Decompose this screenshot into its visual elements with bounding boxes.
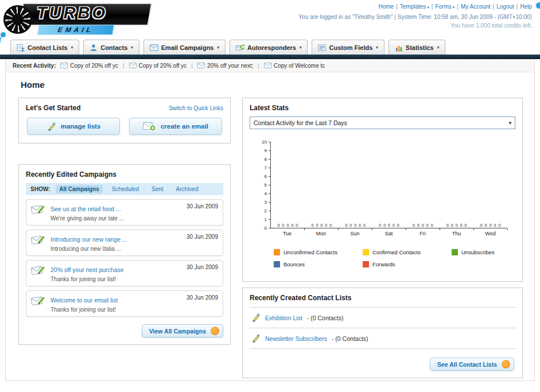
chart-value-label: 0 bbox=[329, 223, 332, 227]
campaign-title-link[interactable]: Introducing our new range ... bbox=[50, 236, 127, 243]
get-started-title: Let's Get Started bbox=[26, 104, 81, 112]
tab-statistics[interactable]: Statistics▾ bbox=[389, 40, 445, 55]
contact-list-detail: - (0 Contacts) bbox=[307, 315, 344, 321]
page-title: Home bbox=[21, 80, 523, 90]
filter-all-campaigns[interactable]: All Campaigns bbox=[56, 185, 102, 193]
top-link-templates[interactable]: Templates▾ bbox=[400, 3, 429, 10]
campaign-title-link[interactable]: Welcome to our email list bbox=[50, 297, 118, 304]
contacts-icon bbox=[90, 44, 98, 52]
activity-item-label: Copy of Welcome tc bbox=[274, 63, 325, 69]
campaign-subtitle: We're giving away our late ... bbox=[50, 215, 182, 222]
tab-custom-fields[interactable]: Custom Fields▾ bbox=[312, 40, 384, 55]
logo-secondary-text: EMAIL bbox=[37, 25, 114, 35]
app-logo: TURBO EMAIL bbox=[3, 2, 157, 34]
login-info: You are logged in as "Timothy Smith" | S… bbox=[298, 13, 532, 21]
filter-sent[interactable]: Sent bbox=[148, 185, 167, 193]
legend-label: Unsubscribes bbox=[461, 249, 495, 255]
legend-label: Confirmed Contacts bbox=[372, 249, 421, 255]
campaign-title-link[interactable]: See us at the retail food ... bbox=[50, 205, 121, 212]
left-column: Let's Get Started Switch to Quick Links … bbox=[18, 98, 231, 345]
campaign-row: Introducing our new range ...Introducing… bbox=[26, 230, 223, 256]
nav-separator: | bbox=[493, 3, 495, 10]
x-axis-tick-label: Tue bbox=[270, 231, 304, 236]
chart-value-label: 0 bbox=[316, 223, 318, 227]
pencil-icon bbox=[46, 122, 56, 131]
chart-value-label: 0 bbox=[446, 223, 449, 227]
top-link-my-account[interactable]: My Account bbox=[461, 3, 491, 10]
chart-value-labels: 00000 bbox=[440, 223, 473, 227]
campaign-envelope-icon bbox=[31, 294, 46, 307]
stats-period-select[interactable]: Contact Activity for the Last 7 Days ▼ bbox=[250, 117, 515, 129]
campaign-filter-bar: SHOW: All CampaignsScheduledSentArchived bbox=[26, 183, 223, 195]
chevron-down-icon: ▾ bbox=[376, 45, 378, 50]
tab-email-campaigns[interactable]: Email Campaigns▾ bbox=[143, 40, 226, 55]
contact-activity-chart: 00000000000000000000000000000000000 0123… bbox=[270, 142, 507, 228]
chart-value-label: 0 bbox=[278, 223, 280, 227]
campaign-date: 30 Jun 2009 bbox=[187, 203, 218, 209]
create-email-label: create an email bbox=[161, 123, 208, 130]
filter-scheduled[interactable]: Scheduled bbox=[108, 185, 142, 193]
create-email-button[interactable]: create an email bbox=[129, 118, 222, 135]
x-axis-tick-label: Sat bbox=[372, 231, 406, 236]
chart-value-label: 0 bbox=[359, 223, 361, 227]
filter-archived[interactable]: Archived bbox=[173, 185, 202, 193]
chart-x-axis-labels: TueMonSunSatFriThuWed bbox=[270, 231, 507, 236]
chart-value-label: 0 bbox=[363, 223, 366, 227]
recent-activity-item[interactable]: Copy of 20% off yc bbox=[60, 63, 118, 69]
chart-day-group: 00000 bbox=[271, 142, 305, 228]
campaign-texts: See us at the retail food ...We're givin… bbox=[50, 203, 182, 222]
see-all-contact-lists-button[interactable]: See All Contact Lists → bbox=[430, 358, 514, 371]
recent-activity-item[interactable]: 20% off your next; bbox=[197, 63, 253, 69]
view-all-campaigns-label: View All Campaigns bbox=[149, 328, 206, 335]
y-axis-tick-label: 0 bbox=[255, 226, 267, 231]
turbo-fan-icon bbox=[3, 5, 32, 34]
arrow-right-icon: → bbox=[502, 360, 510, 368]
chart-value-label: 0 bbox=[413, 223, 415, 227]
contact-list-rows: Exhibition List- (0 Contacts)Newsletter … bbox=[250, 308, 515, 349]
campaign-title-link[interactable]: 20% off your next purchase bbox=[50, 266, 124, 273]
chart-value-label: 0 bbox=[485, 223, 487, 227]
tab-contacts[interactable]: Contacts▾ bbox=[83, 40, 139, 55]
top-nav: Home|Templates▾|Forms▾|My Account|Logout… bbox=[298, 3, 532, 11]
top-link-help[interactable]: Help bbox=[520, 3, 532, 10]
switch-quick-links-link[interactable]: Switch to Quick Links bbox=[169, 105, 223, 111]
top-link-home[interactable]: Home bbox=[378, 3, 394, 10]
campaign-date: 30 Jun 2009 bbox=[187, 264, 218, 270]
legend-item-unconfirmed-contacts: Unconfirmed Contacts bbox=[274, 249, 363, 255]
chart-value-label: 0 bbox=[397, 223, 399, 227]
chart-value-label: 0 bbox=[494, 223, 496, 227]
y-axis-tick-label: 9 bbox=[255, 148, 267, 153]
legend-swatch bbox=[274, 261, 280, 267]
tab-label: Contacts bbox=[100, 44, 127, 51]
pencil-icon bbox=[251, 333, 261, 343]
chart-value-label: 0 bbox=[354, 223, 356, 227]
top-link-logout[interactable]: Logout bbox=[496, 3, 514, 10]
recent-activity-item[interactable]: Copy of Welcome tc bbox=[264, 63, 325, 69]
y-axis-tick-mark bbox=[269, 193, 271, 194]
y-axis-tick-label: 3 bbox=[255, 200, 267, 205]
pencil-icon bbox=[251, 313, 261, 323]
tab-autoresponders[interactable]: Autoresponders▾ bbox=[230, 40, 308, 55]
chart-value-label: 0 bbox=[422, 223, 424, 227]
chevron-down-icon: ▾ bbox=[300, 45, 302, 50]
top-link-forms[interactable]: Forms▾ bbox=[435, 3, 454, 10]
y-axis-tick-mark bbox=[269, 202, 271, 203]
recent-campaigns-panel: Recently Edited Campaigns SHOW: All Camp… bbox=[18, 164, 231, 345]
logo-primary-text: TURBO bbox=[37, 3, 107, 22]
contact-list-row: Newsletter Subscribers- (0 Contacts) bbox=[250, 328, 515, 349]
y-axis-tick-mark bbox=[269, 211, 271, 211]
arrow-right-icon: → bbox=[211, 327, 219, 335]
activity-item-label: Copy of 20% off yc bbox=[70, 63, 118, 69]
tab-contact-lists[interactable]: Contact Lists▾ bbox=[10, 40, 79, 55]
legend-item-unsubscribes: Unsubscribes bbox=[452, 249, 535, 255]
recent-activity-item[interactable]: Copy of 20% off yc bbox=[129, 63, 187, 69]
chevron-down-icon: ▼ bbox=[508, 121, 512, 126]
contact-list-link[interactable]: Exhibition List bbox=[265, 315, 302, 321]
chart-day-group: 00000 bbox=[339, 142, 372, 228]
contact-list-link[interactable]: Newsletter Subscribers bbox=[265, 335, 327, 342]
view-all-campaigns-button[interactable]: View All Campaigns → bbox=[142, 324, 223, 337]
manage-lists-button[interactable]: manage lists bbox=[27, 118, 120, 135]
credits-info: You have 1,000 total credits left. bbox=[298, 22, 532, 30]
campaign-row: Welcome to our email listThanks for join… bbox=[26, 290, 223, 317]
nav-divider-bar bbox=[0, 55, 540, 59]
